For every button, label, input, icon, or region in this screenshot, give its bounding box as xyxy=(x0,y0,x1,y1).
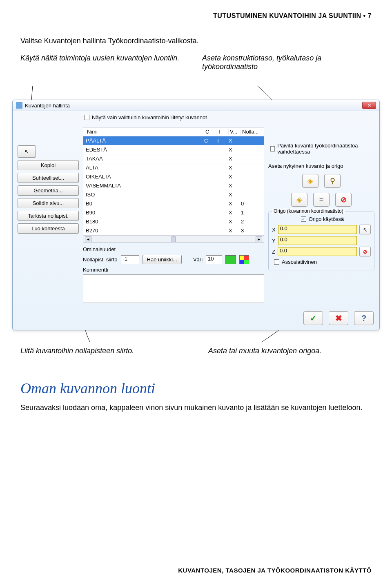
cell-v: X xyxy=(229,201,241,207)
cell-v: X xyxy=(229,183,241,189)
origin-enabled-checkbox[interactable]: Origo käytössä xyxy=(274,216,371,222)
app-icon xyxy=(16,102,22,109)
table-row[interactable]: ALTAX xyxy=(83,163,264,172)
cancel-button[interactable]: ✖ xyxy=(329,311,348,325)
set-origin-icon[interactable]: ⚲ xyxy=(324,174,341,188)
z-input[interactable]: 0.0 xyxy=(278,247,357,256)
dialog-window: Kuvantojen hallinta ✕ Näytä vain valittu… xyxy=(12,100,380,330)
x-label: X xyxy=(272,227,276,233)
section-body: Seuraavaksi luodaan oma, kappaleen vinon… xyxy=(20,403,372,412)
checkbox-label: Näytä vain valittuihin kuvantoihin liite… xyxy=(92,114,207,120)
scroll-right-icon[interactable]: ► xyxy=(256,236,262,242)
origin-group: Origo (kuvannon koordinaatisto) Origo kä… xyxy=(268,212,374,270)
offset-input[interactable]: -1 xyxy=(121,255,139,264)
table-row[interactable]: EDESTÄX xyxy=(83,145,264,154)
color-label: Väri xyxy=(193,256,203,263)
cell-name: TAKAA xyxy=(86,156,204,162)
col-nolla: Nolla... xyxy=(241,129,261,135)
verify-zero-button[interactable]: Tarkista nollapist. xyxy=(18,211,79,221)
y-input[interactable]: 0.0 xyxy=(278,236,357,245)
associative-checkbox[interactable]: Assosiatiivinen xyxy=(274,259,371,265)
cursor-icon: ↖ xyxy=(24,149,29,155)
ok-button[interactable]: ✓ xyxy=(303,311,323,325)
pick-point-button[interactable]: ↖ xyxy=(359,225,371,234)
dialog-title: Kuvantojen hallinta xyxy=(25,102,70,109)
table-row[interactable]: B270X3 xyxy=(83,226,264,235)
checkbox-icon xyxy=(84,115,89,120)
table-header: Nimi C T V... Nolla... xyxy=(83,127,264,136)
table-row[interactable]: PÄÄLTÄCTX xyxy=(83,136,264,145)
titlebar: Kuvantojen hallinta ✕ xyxy=(13,100,379,111)
table-row[interactable]: B0X0 xyxy=(83,199,264,208)
intro-paragraph: Valitse Kuvantojen hallinta Työkoordinaa… xyxy=(20,36,372,46)
reset-icon[interactable]: ⊘ xyxy=(335,193,352,207)
cell-v: X xyxy=(229,156,241,162)
cell-name: ALTA xyxy=(86,165,204,171)
solid-face-button[interactable]: Solidin sivu... xyxy=(18,198,79,208)
properties-group: Ominaisuudet Nollapist. siirto -1 Hae un… xyxy=(83,246,264,303)
offset-label: Nollapist. siirto xyxy=(83,256,118,263)
table-row[interactable]: TAKAAX xyxy=(83,154,264,163)
color-swatch[interactable] xyxy=(225,255,236,264)
y-label: Y xyxy=(272,238,276,244)
cell-name: B270 xyxy=(86,227,204,234)
scroll-left-icon[interactable]: ◄ xyxy=(85,236,91,242)
annotation-below-right: Aseta tai muuta kuvantojen origoa. xyxy=(208,347,372,355)
create-from-button[interactable]: Luo kohteesta xyxy=(18,223,79,234)
cell-v: X xyxy=(229,209,241,216)
table-row[interactable]: B90X1 xyxy=(83,208,264,217)
cell-v: X xyxy=(229,192,241,198)
cell-n: 1 xyxy=(241,209,261,216)
copy-button[interactable]: Kopioi xyxy=(18,160,79,170)
cell-v: X xyxy=(229,138,241,144)
select-tool-button[interactable]: ↖ xyxy=(18,145,36,158)
checkbox-icon xyxy=(270,146,275,152)
x-input[interactable]: 0.0 xyxy=(278,225,357,234)
right-panel: Päivitä kuvanto työ­koordinaatistoa vaih… xyxy=(268,127,374,303)
palette-icon[interactable] xyxy=(239,255,249,264)
views-panel: Nimi C T V... Nolla... PÄÄLTÄCTXEDESTÄXT… xyxy=(83,127,264,303)
show-only-attached-checkbox[interactable]: Näytä vain valittuihin kuvantoihin liite… xyxy=(84,114,379,120)
properties-label: Ominaisuudet xyxy=(83,246,264,252)
left-button-column: ↖ Kopioi Suhteelliset... Geometria... So… xyxy=(18,127,79,303)
geometry-button[interactable]: Geometria... xyxy=(18,185,79,196)
cell-name: ISO xyxy=(86,192,204,198)
cell-v: X xyxy=(229,165,241,171)
table-row[interactable]: B180X2 xyxy=(83,217,264,226)
comment-label: Kommentti xyxy=(83,267,264,273)
cell-name: B180 xyxy=(86,218,204,225)
cell-name: EDESTÄ xyxy=(86,147,204,153)
close-button[interactable]: ✕ xyxy=(362,102,376,109)
cell-v: X xyxy=(229,174,241,180)
cell-v: X xyxy=(229,227,241,234)
cell-c: C xyxy=(204,138,216,144)
horizontal-scrollbar[interactable]: ◄ ► xyxy=(83,235,264,243)
dialog-footer: ✓ ✖ ? xyxy=(13,308,379,330)
help-button[interactable]: ? xyxy=(354,311,374,325)
cell-v: X xyxy=(229,218,241,225)
checkbox-checked-icon xyxy=(301,216,306,222)
checkbox-icon xyxy=(274,259,279,265)
table-row[interactable]: OIKEALTAX xyxy=(83,172,264,181)
relative-button[interactable]: Suhteelliset... xyxy=(18,173,79,183)
checkbox-label: Assosiatiivinen xyxy=(282,259,317,265)
comment-input[interactable] xyxy=(83,274,264,303)
checkbox-label: Origo käytössä xyxy=(309,216,344,222)
equals-icon[interactable]: = xyxy=(313,193,330,207)
scroll-thumb[interactable] xyxy=(172,236,176,242)
update-on-wcs-checkbox[interactable]: Päivitä kuvanto työ­koordinaatistoa vaih… xyxy=(270,143,374,155)
col-name: Nimi xyxy=(86,129,204,135)
color-input[interactable]: 10 xyxy=(206,255,222,264)
set-cplane-icon[interactable]: ◈ xyxy=(302,174,318,188)
get-unique-button[interactable]: Hae uniikki... xyxy=(143,255,182,264)
cell-n: 0 xyxy=(241,201,261,207)
table-row[interactable]: VASEMMALTAX xyxy=(83,181,264,190)
page-footer: KUVANTOJEN, TASOJEN JA TYÖKOORDINAATISTO… xyxy=(178,567,372,574)
clear-origin-button[interactable]: ⊘ xyxy=(359,247,371,256)
views-table: Nimi C T V... Nolla... PÄÄLTÄCTXEDESTÄXT… xyxy=(83,127,264,243)
col-c: C xyxy=(204,129,216,135)
table-row[interactable]: ISOX xyxy=(83,190,264,199)
set-tplane-icon[interactable]: ◈ xyxy=(291,193,307,207)
cell-name: OIKEALTA xyxy=(86,174,204,180)
cell-n: 3 xyxy=(241,227,261,234)
